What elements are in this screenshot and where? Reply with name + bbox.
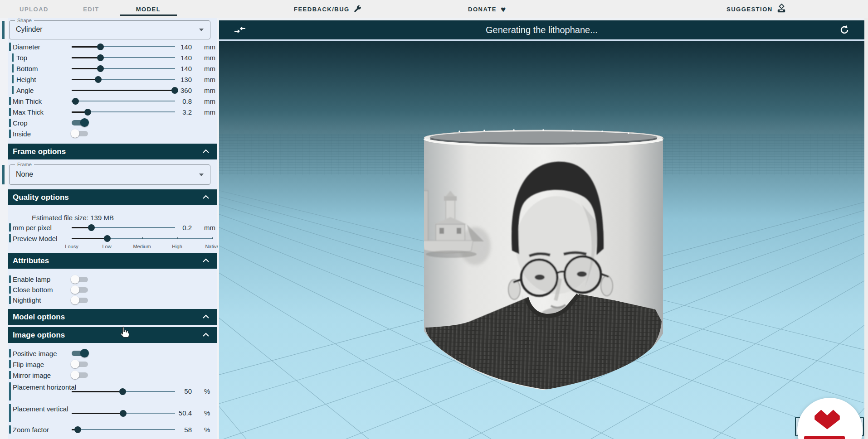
positive-image-toggle[interactable] [72, 351, 88, 356]
tab-upload[interactable]: UPLOAD [5, 0, 63, 18]
slider-thumb[interactable] [97, 65, 104, 72]
mirror-image-toggle[interactable] [72, 372, 88, 378]
toggle-label: Enable lamp [13, 275, 50, 283]
slider-unit: mm [204, 224, 215, 232]
slider-thumb[interactable] [97, 43, 104, 50]
refresh-icon[interactable] [839, 24, 850, 37]
feedback-bug-link[interactable]: FEEDBACK/BUG [294, 0, 362, 18]
height-slider[interactable] [72, 79, 175, 80]
slider-label: Diameter [13, 43, 40, 51]
placement-horizontal-slider[interactable] [72, 391, 175, 392]
crop-toggle[interactable] [72, 120, 88, 125]
slider-thumb[interactable] [74, 426, 81, 433]
slider-label: Placement vertical [13, 404, 63, 414]
slider-thumb[interactable] [88, 224, 95, 231]
3d-scene[interactable] [219, 41, 864, 439]
slider-row-placement-horizontal: Placement horizontal 50 % [8, 381, 217, 402]
mm-per-pixel-slider[interactable] [72, 227, 175, 228]
tick-label: Medium [133, 244, 151, 249]
slider-label: Min Thick [13, 97, 42, 105]
toggle-knob [71, 285, 79, 294]
shape-select[interactable]: Shape Cylinder [9, 20, 210, 39]
suggestion-link[interactable]: SUGGESTION [727, 0, 786, 18]
page-scrollbar-track[interactable] [864, 18, 868, 439]
max-thick-slider[interactable] [72, 111, 175, 112]
donate-link[interactable]: DONATE ♥ [468, 0, 507, 18]
preview-model-slider[interactable] [72, 238, 212, 239]
suggestion-label: SUGGESTION [727, 6, 773, 13]
slider-fill [72, 68, 100, 69]
slider-tick [212, 237, 213, 239]
slider-thumb[interactable] [72, 98, 79, 105]
app-window: UPLOAD EDIT MODEL FEEDBACK/BUG DONATE ♥ … [0, 0, 868, 439]
nightlight-toggle[interactable] [72, 298, 88, 303]
accent-bar [9, 425, 11, 434]
slider-thumb[interactable] [95, 76, 102, 83]
toggle-row-nightlight: Nightlight [8, 295, 217, 305]
tick-label: Native [205, 244, 218, 249]
tick-label: Lousy [65, 244, 78, 249]
attributes-header[interactable]: Attributes [8, 253, 217, 269]
slider-label: Height [16, 76, 36, 83]
section-title: Image options [13, 331, 65, 340]
angle-slider[interactable] [72, 90, 175, 91]
model-viewport: Generating the lithophane... [219, 20, 864, 439]
min-thick-slider[interactable] [72, 101, 175, 101]
slider-row-height: Height 130 mm [8, 74, 217, 85]
slider-fill [72, 238, 107, 239]
tab-edit[interactable]: EDIT [63, 0, 120, 18]
zoom-factor-slider[interactable] [72, 429, 175, 430]
donate-label: DONATE [468, 6, 497, 13]
eye-left [535, 275, 545, 280]
slider-label: Preview Model [13, 235, 57, 242]
slider-thumb[interactable] [84, 109, 91, 116]
accent-bar [9, 360, 11, 368]
quality-options-header[interactable]: Quality options [8, 189, 217, 205]
diameter-slider[interactable] [72, 46, 175, 47]
inside-toggle[interactable] [72, 131, 88, 136]
model-options-header[interactable]: Model options [8, 309, 217, 325]
accent-bar [9, 234, 11, 242]
accent-bar [9, 43, 11, 51]
frame-select-value: None [16, 170, 33, 178]
settings-sidebar: Shape Cylinder Diameter 140 mm [0, 18, 218, 439]
slider-thumb[interactable] [97, 54, 104, 61]
frame-options-header[interactable]: Frame options [8, 144, 217, 159]
slider-thumb[interactable] [104, 235, 111, 242]
accent-bar [12, 86, 14, 94]
eye-right [577, 271, 587, 277]
slider-label: mm per pixel [13, 224, 52, 232]
chevron-up-icon [202, 314, 210, 319]
placement-vertical-slider[interactable] [72, 413, 175, 414]
shape-select-label: Shape [15, 18, 34, 23]
slider-value: 130 [162, 76, 192, 83]
frame-select[interactable]: Frame None [9, 164, 210, 185]
tab-model[interactable]: MODEL [120, 0, 177, 18]
slider-label: Top [16, 54, 27, 62]
toggle-knob [71, 371, 79, 379]
main-tabs: UPLOAD EDIT MODEL [5, 0, 177, 18]
logo-m-icon [811, 409, 844, 432]
image-options-header[interactable]: Image options [8, 327, 217, 343]
slider-label: Max Thick [13, 108, 44, 116]
flip-image-toggle[interactable] [72, 362, 88, 367]
close-bottom-toggle[interactable] [72, 287, 88, 293]
toggle-label: Inside [13, 130, 31, 138]
collapse-panel-icon[interactable] [234, 26, 246, 35]
enable-lamp-toggle[interactable] [72, 277, 88, 282]
section-title: Attributes [13, 256, 49, 265]
top-slider[interactable] [72, 57, 175, 58]
slider-row-diameter: Diameter 140 mm [8, 41, 217, 52]
accent-bar [9, 119, 11, 127]
slider-fill [72, 57, 100, 58]
toggle-knob [71, 129, 79, 138]
slider-fill [72, 90, 175, 91]
slider-thumb[interactable] [119, 388, 126, 395]
slider-value: 140 [162, 65, 192, 72]
slider-row-mm-per-pixel: mm per pixel 0.2 mm [8, 222, 217, 233]
tick-label: Low [102, 244, 111, 249]
wrench-icon [354, 5, 362, 14]
bottom-slider[interactable] [72, 68, 175, 69]
slider-thumb[interactable] [120, 410, 127, 417]
slider-row-placement-vertical: Placement vertical 50.4 % [8, 402, 217, 424]
